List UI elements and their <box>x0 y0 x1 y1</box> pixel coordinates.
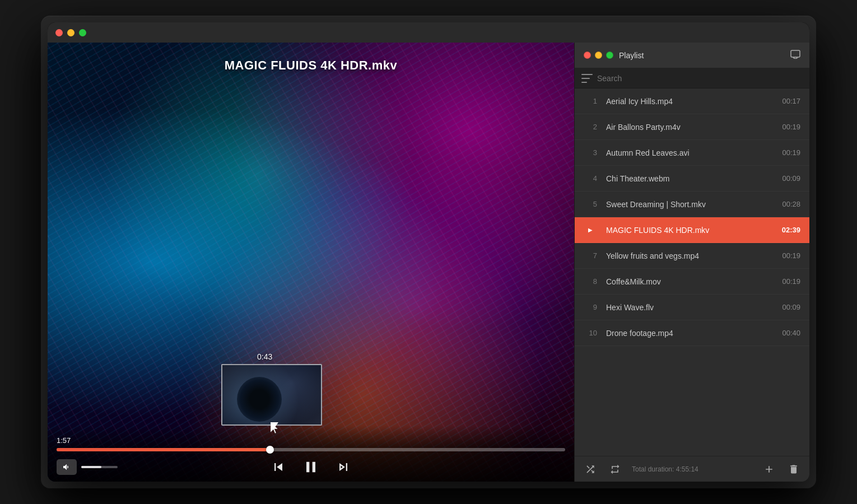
next-button[interactable] <box>336 459 351 475</box>
playlist-item[interactable]: 10 Drone footage.mp4 00:40 <box>575 320 809 346</box>
repeat-icon <box>609 464 621 475</box>
delete-button[interactable] <box>786 461 802 477</box>
playlist-header-left: Playlist <box>584 51 644 60</box>
previous-button[interactable] <box>271 459 286 475</box>
item-number: 7 <box>584 251 597 260</box>
total-duration: Total duration: 4:55:14 <box>632 465 752 473</box>
item-name: Drone footage.mp4 <box>606 329 775 338</box>
item-duration: 00:19 <box>782 148 800 157</box>
item-number: 1 <box>584 97 597 105</box>
search-bar <box>575 68 809 88</box>
item-number: 4 <box>584 174 597 183</box>
item-name: Chi Theater.webm <box>606 174 775 183</box>
item-name: Sweet Dreaming | Short.mkv <box>606 200 775 209</box>
seek-bar-thumb <box>266 446 274 454</box>
maximize-button[interactable] <box>79 29 86 36</box>
shuffle-icon <box>585 464 596 475</box>
seek-bar[interactable] <box>57 448 565 451</box>
seek-thumbnail <box>221 364 322 426</box>
item-name: Coffe&Milk.mov <box>606 277 775 286</box>
traffic-lights <box>55 29 86 36</box>
shuffle-button[interactable] <box>583 461 598 477</box>
controls-row <box>57 459 565 475</box>
playlist-header: Playlist <box>575 43 809 68</box>
pause-button[interactable] <box>302 458 320 476</box>
main-content: MAGIC FLUIDS 4K HDR.mkv 0:43 1:57 <box>48 43 809 482</box>
seek-time-tooltip: 0:43 <box>257 352 272 361</box>
item-name: Air Ballons Party.m4v <box>606 123 775 132</box>
item-duration: 02:39 <box>782 226 800 234</box>
add-icon <box>763 464 775 475</box>
item-duration: 00:28 <box>782 200 800 208</box>
video-title: MAGIC FLUIDS 4K HDR.mkv <box>48 58 574 73</box>
app-window: MAGIC FLUIDS 4K HDR.mkv 0:43 1:57 <box>48 22 809 482</box>
controls-bar: 1:57 <box>48 426 574 482</box>
item-duration: 00:09 <box>782 174 800 183</box>
seek-bar-progress <box>57 448 270 451</box>
chat-icon <box>790 50 800 59</box>
playlist-item[interactable]: 9 Hexi Wave.flv 00:09 <box>575 295 809 320</box>
item-number: 9 <box>584 303 597 311</box>
item-duration: 00:19 <box>782 251 800 260</box>
add-button[interactable] <box>761 461 777 477</box>
item-name: Aerial Icy Hills.mp4 <box>606 97 775 106</box>
volume-fill <box>81 466 101 468</box>
item-number: 10 <box>584 329 597 337</box>
item-duration: 00:19 <box>782 277 800 286</box>
center-controls <box>271 458 351 476</box>
playlist-item[interactable]: 7 Yellow fruits and vegs.mp4 00:19 <box>575 243 809 269</box>
item-name: MAGIC FLUIDS 4K HDR.mkv <box>606 226 775 235</box>
title-bar <box>48 22 809 43</box>
playlist-item[interactable]: 5 Sweet Dreaming | Short.mkv 00:28 <box>575 192 809 217</box>
item-number: 3 <box>584 148 597 157</box>
playlist-item[interactable]: 1 Aerial Icy Hills.mp4 00:17 <box>575 88 809 114</box>
item-number: 5 <box>584 200 597 208</box>
playlist-footer: Total duration: 4:55:14 <box>575 456 809 482</box>
item-name: Hexi Wave.flv <box>606 303 775 312</box>
volume-icon <box>62 463 71 472</box>
playlist-item[interactable]: 8 Coffe&Milk.mov 00:19 <box>575 269 809 295</box>
item-name: Autumn Red Leaves.avi <box>606 148 775 157</box>
left-controls <box>57 459 118 475</box>
item-number: 8 <box>584 277 597 286</box>
close-button[interactable] <box>55 29 63 36</box>
minimize-button[interactable] <box>67 29 74 36</box>
playlist-header-icons <box>790 50 800 61</box>
playlist-maximize-button[interactable] <box>606 52 613 59</box>
search-input[interactable] <box>597 74 803 83</box>
volume-button[interactable] <box>57 459 77 475</box>
item-number: 2 <box>584 123 597 131</box>
volume-slider[interactable] <box>81 466 118 468</box>
playlist-item[interactable]: ▶ MAGIC FLUIDS 4K HDR.mkv 02:39 <box>575 217 809 243</box>
playlist-close-button[interactable] <box>584 52 591 59</box>
video-area[interactable]: MAGIC FLUIDS 4K HDR.mkv 0:43 1:57 <box>48 43 574 482</box>
item-duration: 00:17 <box>782 97 800 105</box>
trash-icon <box>788 464 799 475</box>
repeat-button[interactable] <box>607 461 623 477</box>
playlist-title: Playlist <box>619 51 644 60</box>
playlist-panel: Playlist <box>574 43 809 482</box>
time-display: 1:57 <box>57 436 565 445</box>
play-icon: ▶ <box>584 227 597 233</box>
item-duration: 00:40 <box>782 329 800 337</box>
playlist-item[interactable]: 3 Autumn Red Leaves.avi 00:19 <box>575 140 809 166</box>
item-duration: 00:09 <box>782 303 800 311</box>
playlist-view-icon[interactable] <box>790 50 800 61</box>
next-icon <box>336 459 351 475</box>
search-list-icon <box>581 74 593 83</box>
item-name: Yellow fruits and vegs.mp4 <box>606 251 775 260</box>
pause-icon <box>302 458 320 476</box>
playlist-items: 1 Aerial Icy Hills.mp4 00:17 2 Air Ballo… <box>575 88 809 456</box>
item-duration: 00:19 <box>782 123 800 131</box>
svg-rect-0 <box>791 50 800 57</box>
playlist-item[interactable]: 2 Air Ballons Party.m4v 00:19 <box>575 114 809 140</box>
playlist-item[interactable]: 4 Chi Theater.webm 00:09 <box>575 166 809 192</box>
previous-icon <box>271 459 286 475</box>
playlist-minimize-button[interactable] <box>595 52 602 59</box>
playlist-traffic-lights <box>584 52 613 59</box>
